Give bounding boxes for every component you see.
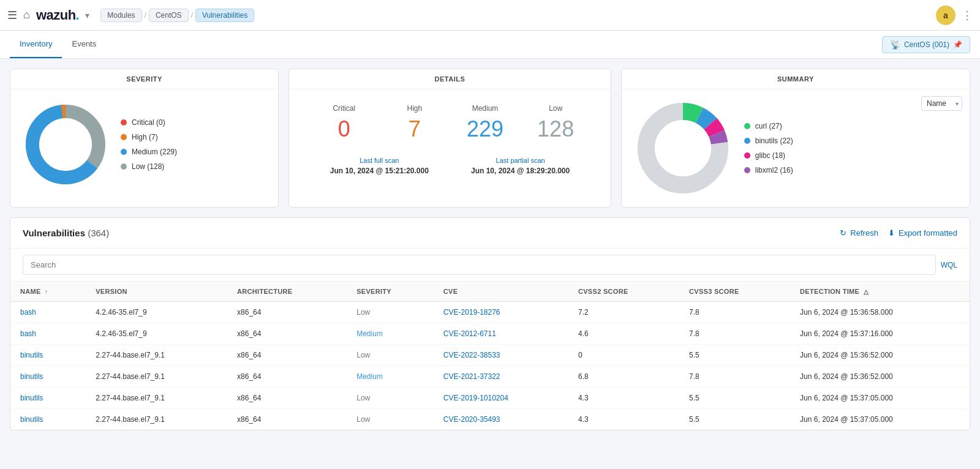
hamburger-icon[interactable]: ☰ [7, 9, 17, 22]
summary-body: curl (27) binutils (22) glibc (18) libxm… [622, 89, 970, 207]
name-select-wrapper[interactable]: Name ▾ [921, 96, 962, 111]
cell-detection-time: Jun 6, 2024 @ 15:37:05.000 [790, 388, 970, 409]
name-select[interactable]: Name [921, 96, 962, 111]
glibc-dot [744, 152, 750, 159]
scan-full-col: Last full scan Jun 10, 2024 @ 15:21:20.0… [309, 157, 450, 175]
full-scan-value: Jun 10, 2024 @ 15:21:20.000 [309, 167, 450, 175]
th-name[interactable]: Name ↑ [10, 282, 86, 302]
cell-severity: Medium [347, 366, 434, 388]
table-row: binutils 2.27-44.base.el7_9.1 x86_64 Low… [10, 409, 970, 430]
details-low-col: Low 128 [521, 104, 591, 142]
table-row: bash 4.2.46-35.el7_9 x86_64 Medium CVE-2… [10, 323, 970, 345]
breadcrumb-modules[interactable]: Modules [100, 9, 141, 22]
summary-controls: Name ▾ [921, 96, 962, 111]
cell-cve[interactable]: CVE-2020-35493 [434, 409, 568, 430]
refresh-button[interactable]: ↻ Refresh [840, 228, 878, 238]
th-version[interactable]: Version [86, 282, 227, 302]
wazuh-logo: wazuh. [36, 7, 79, 23]
cell-version: 4.2.46-35.el7_9 [86, 302, 227, 323]
low-label: Low [521, 104, 591, 113]
wql-link[interactable]: WQL [941, 261, 957, 269]
low-value: 128 [521, 116, 591, 142]
cell-arch: x86_64 [227, 409, 347, 430]
cell-cvss3: 7.8 [679, 302, 790, 323]
cell-severity: Low [347, 409, 434, 430]
agent-badge[interactable]: 📡 CentOS (001) 📌 [882, 36, 970, 53]
breadcrumb-vulnerabilities[interactable]: Vulnerabilities [195, 9, 254, 22]
agent-badge-label: CentOS (001) [904, 40, 949, 49]
cell-name[interactable]: bash [10, 302, 86, 323]
cell-cve[interactable]: CVE-2019-18276 [434, 302, 568, 323]
cell-cvss3: 7.8 [679, 366, 790, 388]
main-content: SEVERITY [0, 59, 980, 440]
cell-severity: Low [347, 388, 434, 409]
table-row: binutils 2.27-44.base.el7_9.1 x86_64 Low… [10, 345, 970, 366]
detection-sort-icon: △ [864, 288, 869, 295]
cell-cve[interactable]: CVE-2019-1010204 [434, 388, 568, 409]
summary-card: SUMMARY Name ▾ [621, 69, 970, 208]
user-avatar[interactable]: a [936, 6, 956, 25]
cell-version: 2.27-44.base.el7_9.1 [86, 388, 227, 409]
low-dot [121, 163, 127, 170]
cell-cvss3: 7.8 [679, 323, 790, 345]
th-cvss3[interactable]: CVSS3 Score [679, 282, 790, 302]
cell-name[interactable]: binutils [10, 345, 86, 366]
details-grid: Critical 0 High 7 Medium 229 Low 128 [309, 104, 591, 142]
export-button[interactable]: ⬇ Export formatted [888, 228, 957, 238]
severity-card-body: Critical (0) High (7) Medium (229) Low (… [10, 89, 278, 200]
medium-value: 229 [450, 116, 520, 142]
breadcrumb-centos[interactable]: CentOS [149, 9, 189, 22]
cell-name[interactable]: binutils [10, 366, 86, 388]
refresh-icon: ↻ [840, 228, 846, 238]
cell-cvss2: 4.3 [568, 409, 679, 430]
svg-point-4 [39, 118, 92, 171]
cell-cvss2: 4.6 [568, 323, 679, 345]
home-icon[interactable]: ⌂ [23, 9, 30, 21]
cell-severity: Low [347, 345, 434, 366]
cell-cve[interactable]: CVE-2021-37322 [434, 366, 568, 388]
top-nav: ☰ ⌂ wazuh. ▾ Modules / CentOS / Vulnerab… [0, 0, 980, 31]
search-input[interactable] [23, 255, 936, 275]
cell-version: 2.27-44.base.el7_9.1 [86, 366, 227, 388]
th-cvss2[interactable]: CVSS2 Score [568, 282, 679, 302]
details-card-body: Critical 0 High 7 Medium 229 Low 128 [289, 89, 611, 190]
libxml2-dot [744, 167, 750, 173]
cell-severity: Medium [347, 323, 434, 345]
tab-events[interactable]: Events [62, 31, 106, 58]
breadcrumb: Modules / CentOS / Vulnerabilities [100, 9, 254, 22]
cell-version: 2.27-44.base.el7_9.1 [86, 345, 227, 366]
cell-cve[interactable]: CVE-2012-6711 [434, 323, 568, 345]
nav-chevron-icon[interactable]: ▾ [85, 10, 89, 20]
cell-name[interactable]: binutils [10, 388, 86, 409]
search-bar: WQL [10, 249, 970, 282]
critical-value: 0 [309, 116, 379, 142]
table-row: binutils 2.27-44.base.el7_9.1 x86_64 Med… [10, 366, 970, 388]
partial-scan-label: Last partial scan [450, 157, 590, 164]
cell-cvss3: 5.5 [679, 388, 790, 409]
cell-arch: x86_64 [227, 323, 347, 345]
cell-cvss2: 7.2 [568, 302, 679, 323]
charts-row: SEVERITY [10, 69, 970, 208]
nav-more-icon[interactable]: ⋮ [962, 9, 973, 22]
cell-name[interactable]: bash [10, 323, 86, 345]
summary-legend-glibc: glibc (18) [744, 151, 793, 160]
cell-name[interactable]: binutils [10, 409, 86, 430]
cell-cve[interactable]: CVE-2022-38533 [434, 345, 568, 366]
details-card: DETAILS Critical 0 High 7 Medium 229 [288, 69, 611, 208]
th-detection-time[interactable]: Detection Time △ [790, 282, 970, 302]
high-value: 7 [379, 116, 450, 142]
vulnerabilities-section: Vulnerabilities (364) ↻ Refresh ⬇ Export… [10, 217, 970, 430]
critical-label: Critical [309, 104, 379, 113]
details-critical-col: Critical 0 [309, 104, 379, 142]
table-body: bash 4.2.46-35.el7_9 x86_64 Low CVE-2019… [10, 302, 970, 430]
sort-asc-icon: ↑ [45, 288, 48, 295]
tab-inventory[interactable]: Inventory [10, 31, 62, 58]
th-architecture[interactable]: Architecture [227, 282, 347, 302]
th-severity[interactable]: Severity [347, 282, 434, 302]
cell-cvss2: 6.8 [568, 366, 679, 388]
full-scan-label: Last full scan [309, 157, 450, 164]
th-cve[interactable]: CVE [434, 282, 568, 302]
cell-arch: x86_64 [227, 388, 347, 409]
details-medium-col: Medium 229 [450, 104, 520, 142]
severity-card-header: SEVERITY [10, 69, 278, 89]
